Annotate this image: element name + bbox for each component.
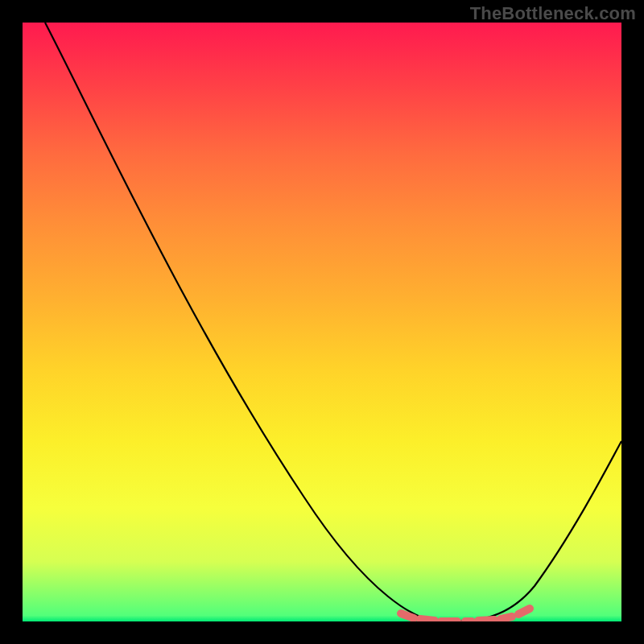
watermark-text: TheBottleneck.com [470, 3, 636, 24]
marker-dash [518, 609, 530, 614]
plot-area [23, 23, 621, 621]
bottleneck-curve [45, 23, 621, 621]
curve-layer [23, 23, 621, 621]
marker-dash [420, 619, 435, 621]
optimal-range-markers [401, 609, 530, 621]
marker-dash [478, 620, 494, 621]
chart-container: TheBottleneck.com [0, 0, 644, 644]
marker-dash [501, 617, 512, 619]
marker-dash [401, 613, 414, 618]
